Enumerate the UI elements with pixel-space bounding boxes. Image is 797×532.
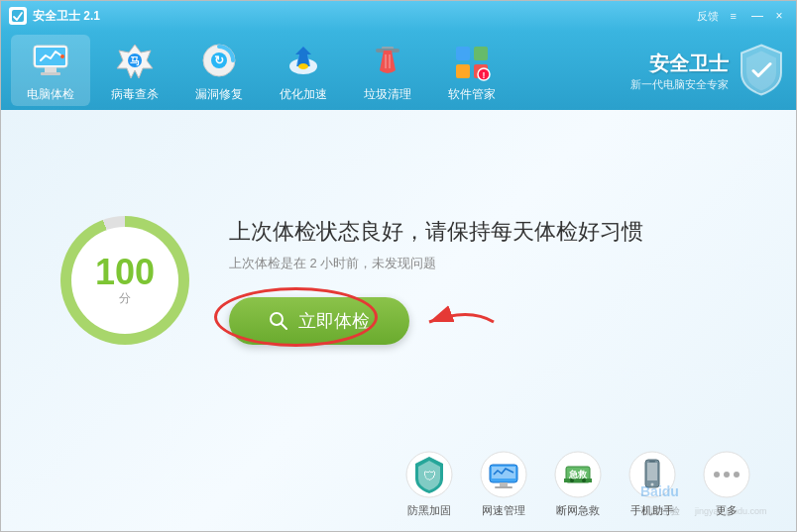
nav-item-speed-up[interactable]: 优化加速	[264, 35, 343, 106]
svg-text:🛡: 🛡	[423, 469, 436, 483]
svg-point-24	[271, 313, 283, 325]
emergency-icon-circle: 急救	[554, 451, 602, 498]
main-window: 安全卫士 2.1 反馈 ≡ — ×	[0, 0, 797, 532]
annotation-arrow	[419, 302, 499, 342]
svg-text:jingyan.baidu.com: jingyan.baidu.com	[694, 506, 767, 516]
firewall-icon-circle: 🛡	[405, 451, 453, 498]
nav-item-clean[interactable]: 垃圾清理	[348, 35, 427, 106]
score-value: 100	[95, 255, 155, 290]
svg-rect-0	[12, 10, 24, 22]
computer-check-icon	[29, 39, 72, 82]
bottom-icon-emergency[interactable]: 急救 断网急救	[548, 451, 608, 518]
brand-name: 安全卫士	[630, 50, 729, 76]
emergency-icon: 急救	[554, 451, 602, 498]
network-icon-circle	[480, 451, 527, 498]
svg-rect-33	[495, 486, 512, 488]
start-check-btn[interactable]: 立即体检	[229, 297, 409, 345]
nav-label-leak-repair: 漏洞修复	[195, 86, 243, 103]
title-bar: 安全卫士 2.1 反馈 ≡ — ×	[1, 1, 796, 31]
svg-rect-2	[45, 67, 57, 72]
nav-item-software[interactable]: ! 软件管家	[432, 35, 512, 106]
firewall-icon: 🛡	[405, 451, 453, 498]
score-circle-inner: 100 分	[71, 227, 178, 334]
svg-rect-20	[456, 64, 470, 78]
leak-repair-icon: ↻	[197, 39, 241, 82]
status-area: 上次体检状态良好，请保持每天体检好习惯 上次体检是在 2 小时前，未发现问题 立…	[229, 217, 756, 345]
score-circle: 100 分	[60, 216, 189, 345]
svg-rect-3	[41, 72, 60, 75]
software-icon: !	[450, 39, 494, 82]
close-btn[interactable]: ×	[770, 9, 788, 23]
nav-label-virus-kill: 病毒查杀	[111, 86, 159, 103]
status-subtitle: 上次体检是在 2 小时前，未发现问题	[229, 255, 756, 272]
firewall-label: 防黑加固	[407, 503, 451, 518]
brand-text: 安全卫士 新一代电脑安全专家	[630, 50, 729, 91]
svg-text:↻: ↻	[214, 53, 224, 67]
svg-text:马: 马	[130, 55, 140, 66]
svg-text:!: !	[483, 70, 486, 80]
network-icon	[480, 451, 527, 498]
clean-icon	[366, 39, 409, 82]
content-upper: 100 分 上次体检状态良好，请保持每天体检好习惯 上次体检是在 2 小时前，未…	[1, 110, 796, 441]
svg-rect-18	[456, 47, 470, 60]
nav-item-leak-repair[interactable]: ↻ 漏洞修复	[179, 35, 259, 106]
title-bar-right: 反馈 ≡ — ×	[697, 9, 788, 24]
search-icon	[269, 311, 288, 331]
start-btn-wrapper: 立即体检	[229, 297, 409, 345]
svg-line-25	[282, 324, 286, 329]
emergency-label: 断网急救	[556, 503, 600, 518]
svg-text:百度经验: 百度经验	[640, 505, 680, 516]
nav-bar: 电脑体检 马 病毒查杀 ↻ 漏洞修	[1, 31, 796, 110]
title-bar-left: 安全卫士 2.1	[9, 7, 100, 25]
brand-shield-icon	[737, 44, 786, 98]
brand-slogan: 新一代电脑安全专家	[630, 76, 729, 91]
svg-text:Baidu: Baidu	[640, 483, 679, 499]
nav-label-speed-up: 优化加速	[280, 86, 327, 103]
svg-rect-19	[474, 47, 488, 60]
bottom-icon-network[interactable]: 网速管理	[474, 451, 533, 518]
status-title: 上次体检状态良好，请保持每天体检好习惯	[229, 217, 756, 247]
window-controls: — ×	[748, 9, 788, 23]
brand-area: 安全卫士 新一代电脑安全专家	[630, 44, 786, 98]
minimize-btn[interactable]: —	[748, 9, 766, 23]
virus-kill-icon: 马	[113, 39, 157, 82]
app-title: 安全卫士 2.1	[33, 8, 100, 25]
svg-point-5	[60, 54, 64, 58]
app-logo	[9, 7, 27, 25]
menu-btn[interactable]: ≡	[731, 10, 737, 22]
nav-label-clean: 垃圾清理	[364, 86, 411, 103]
svg-point-12	[298, 63, 308, 69]
main-content: 100 分 上次体检状态良好，请保持每天体检好习惯 上次体检是在 2 小时前，未…	[1, 110, 796, 532]
network-label: 网速管理	[482, 503, 525, 518]
score-unit: 分	[119, 290, 131, 307]
svg-text:急救: 急救	[568, 470, 588, 479]
speed-up-icon	[282, 39, 325, 82]
nav-item-virus-kill[interactable]: 马 病毒查杀	[95, 35, 174, 106]
start-btn-label: 立即体检	[298, 309, 370, 333]
nav-label-software: 软件管家	[448, 86, 496, 103]
svg-rect-32	[500, 482, 508, 486]
bottom-icon-firewall[interactable]: 🛡 防黑加固	[399, 451, 459, 518]
nav-item-computer-check[interactable]: 电脑体检	[11, 35, 90, 106]
nav-label-computer-check: 电脑体检	[27, 86, 74, 103]
baidu-watermark: Baidu 百度经验 jingyan.baidu.com	[632, 474, 791, 528]
feedback-btn[interactable]: 反馈	[697, 9, 719, 24]
svg-rect-44	[649, 461, 655, 463]
